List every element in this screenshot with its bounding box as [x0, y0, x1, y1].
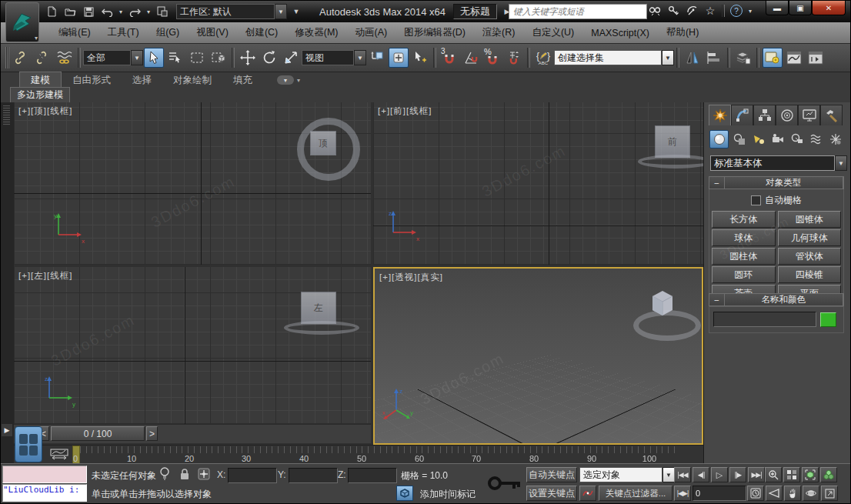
tab-modify[interactable] — [731, 105, 753, 125]
pan-hand-icon[interactable] — [784, 486, 801, 501]
viewcube-front-face[interactable]: 前 — [655, 125, 690, 158]
category-lights[interactable] — [749, 131, 767, 148]
subcategory-value[interactable]: 标准基本体 — [710, 155, 835, 171]
viewport-top[interactable]: [+][顶][线框] 顶 yx — [14, 102, 371, 265]
viewcube-top-face[interactable]: 顶 — [310, 131, 336, 155]
percent-snap-toggle-icon[interactable]: % — [482, 48, 502, 68]
set-key-button[interactable]: 设置关键点 — [526, 486, 577, 501]
button-cylinder[interactable]: 圆柱体 — [712, 248, 776, 265]
set-keys-key-icon[interactable] — [486, 467, 524, 499]
menu-create[interactable]: 创建(C) — [237, 26, 286, 39]
minimize-button[interactable]: ▬ — [766, 1, 789, 15]
reference-coordinate-arrow-icon[interactable]: ▼ — [354, 50, 366, 65]
viewport-top-label[interactable]: [+][顶][线框] — [18, 105, 72, 117]
menu-edit[interactable]: 编辑(E) — [50, 26, 99, 39]
isolate-selection-toggle[interactable] — [396, 486, 413, 501]
tab-utilities[interactable] — [820, 105, 843, 125]
ribbon-tab-object-paint[interactable]: 对象绘制 — [162, 72, 222, 88]
named-selection-sets-value[interactable]: 创建选择集 — [554, 50, 662, 65]
subcategory-arrow-icon[interactable]: ▼ — [835, 155, 847, 171]
render-setup-icon[interactable] — [806, 48, 826, 68]
help-dropdown-arrow-icon[interactable]: ▾ — [746, 3, 754, 18]
tab-motion[interactable] — [776, 105, 798, 125]
close-button[interactable]: ✕ — [812, 1, 846, 15]
viewcube-3d[interactable] — [633, 284, 693, 335]
button-box[interactable]: 长方体 — [712, 211, 776, 228]
use-selection-center-icon[interactable] — [389, 48, 409, 68]
button-pyramid[interactable]: 四棱锥 — [778, 266, 842, 283]
select-and-manipulate-icon[interactable] — [410, 48, 430, 68]
autogrid-checkbox[interactable] — [751, 195, 761, 205]
tab-hierarchy[interactable] — [753, 105, 776, 125]
category-systems[interactable] — [826, 131, 844, 148]
save-file-button[interactable] — [80, 4, 97, 19]
menu-views[interactable]: 视图(V) — [188, 26, 237, 39]
spinner-snap-toggle-icon[interactable] — [504, 48, 524, 68]
go-to-start-button[interactable]: |◀◀ — [674, 467, 691, 482]
reference-coordinate-value[interactable]: 视图 — [302, 50, 354, 65]
workspace-dropdown-arrow-icon[interactable]: ▼ — [275, 4, 287, 19]
angle-snap-toggle-icon[interactable] — [461, 48, 481, 68]
name-color-rollout-header[interactable]: − 名称和颜色 — [709, 293, 844, 306]
search-input[interactable] — [509, 4, 647, 19]
viewcube-left-face[interactable]: 左 — [301, 292, 336, 324]
time-slider-handle[interactable]: 0 / 100 — [51, 426, 145, 441]
tab-display[interactable] — [798, 105, 820, 125]
snap-toggle-3d-icon[interactable]: 3 — [439, 48, 459, 68]
go-to-end-button[interactable]: ▶▶| — [748, 467, 765, 482]
current-frame-field[interactable] — [692, 486, 746, 501]
toolbar-grip[interactable] — [5, 47, 9, 68]
key-selection-value[interactable]: 选定对象 — [579, 467, 662, 482]
key-filters-button[interactable]: 关键点过滤器... — [599, 486, 672, 501]
workspace-value[interactable]: 工作区: 默认 — [176, 4, 275, 19]
help-icon[interactable]: ? — [728, 3, 745, 18]
selection-filter-dropdown[interactable]: 全部 ▼ — [83, 50, 143, 65]
button-cone[interactable]: 圆锥体 — [778, 211, 842, 228]
listener-macro-line[interactable] — [2, 466, 87, 483]
redo-dropdown-arrow-icon[interactable]: ▾ — [145, 4, 152, 19]
viewport-perspective-label[interactable]: [+][透视][真实] — [379, 272, 443, 283]
maximize-viewport-toggle[interactable] — [821, 486, 838, 501]
undo-dropdown-arrow-icon[interactable]: ▾ — [117, 4, 125, 19]
named-selection-sets-dropdown[interactable]: 创建选择集 ▼ — [554, 50, 674, 65]
favorites-star-icon[interactable]: ☆ — [702, 3, 719, 18]
maximize-button[interactable]: ▣ — [789, 1, 812, 15]
previous-frame-button[interactable]: ◀|| — [692, 467, 709, 482]
unlink-selection-icon[interactable] — [33, 48, 53, 68]
ribbon-tab-populate[interactable]: 填充 — [222, 72, 263, 88]
y-coordinate-field[interactable] — [289, 468, 338, 483]
selection-filter-value[interactable]: 全部 — [83, 50, 131, 65]
maxscript-mini-listener[interactable]: "LiuCloudLib i: — [2, 466, 87, 501]
max-application-menu-button[interactable]: ▾ — [5, 2, 39, 42]
ribbon-minimize-arrow-icon[interactable]: ▾ — [297, 77, 300, 84]
select-object-button[interactable] — [144, 48, 164, 68]
category-geometry[interactable] — [709, 130, 729, 149]
key-mode-toggle[interactable]: |◀▶| — [674, 486, 691, 501]
communication-center-icon[interactable] — [683, 3, 700, 18]
category-space-warps[interactable] — [807, 131, 825, 148]
track-bar[interactable]: 0 10 20 30 40 50 60 70 80 90 100 — [14, 445, 703, 464]
field-of-view-icon[interactable] — [766, 486, 783, 501]
ribbon-panel-polygon-modeling[interactable]: 多边形建模 — [10, 87, 70, 103]
search-icon[interactable] — [646, 3, 663, 18]
zoom-extents-all-icon[interactable] — [820, 467, 837, 482]
button-sphere[interactable]: 球体 — [712, 229, 776, 246]
button-tube[interactable]: 管状体 — [778, 248, 842, 265]
viewport-front-label[interactable]: [+][前][线框] — [378, 105, 432, 117]
viewport-left[interactable]: [+][左][线框] 左 zy — [14, 267, 371, 424]
menu-group[interactable]: 组(G) — [148, 26, 189, 39]
listener-script-line[interactable]: "LiuCloudLib i: — [2, 484, 87, 502]
mini-curve-editor-button[interactable] — [46, 446, 72, 462]
add-time-tag[interactable]: 添加时间标记 — [420, 488, 476, 501]
rectangular-selection-region-icon[interactable] — [187, 48, 207, 68]
play-button[interactable]: ▷ — [711, 467, 728, 482]
left-strip-expand-icon[interactable]: ▶ — [2, 424, 12, 436]
edit-named-selection-sets-icon[interactable]: { } ABC — [533, 48, 553, 68]
subscription-key-icon[interactable] — [665, 3, 682, 18]
menu-rendering[interactable]: 渲染(R) — [474, 26, 523, 39]
undo-button[interactable] — [98, 4, 115, 19]
menu-customize[interactable]: 自定义(U) — [523, 26, 582, 39]
select-and-move-icon[interactable] — [238, 48, 258, 68]
zoom-extents-icon[interactable] — [802, 467, 819, 482]
ribbon-minimize-icon[interactable]: ▼ — [277, 75, 294, 85]
